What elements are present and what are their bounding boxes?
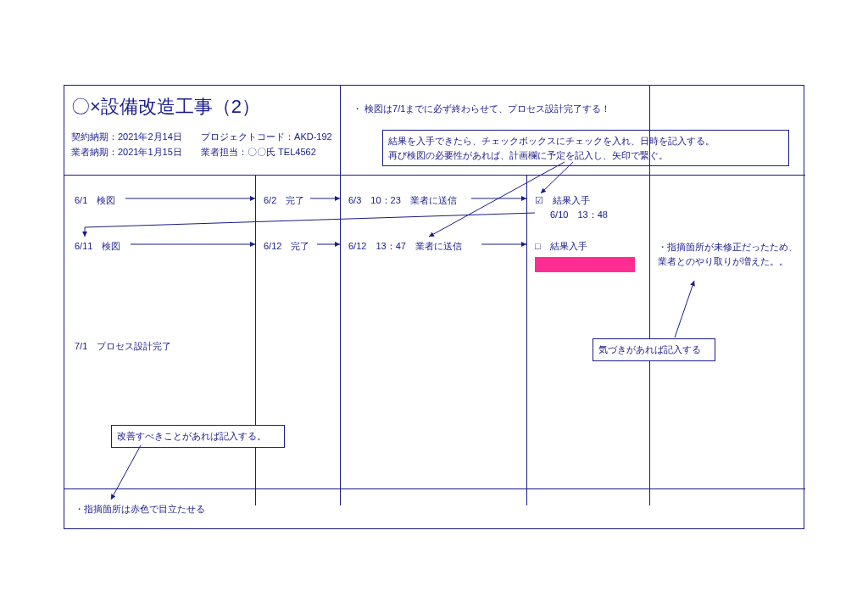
meta-block: 契約納期：2021年2月14日 プロジェクトコード：AKD-192 業者納期：2…: [71, 130, 332, 159]
callout-main-line1: 結果を入手できたら、チェックボックスにチェックを入れ、日時を記入する。: [388, 134, 783, 148]
meta-vendor-contact: 業者担当：〇〇氏 TEL4562: [201, 145, 316, 160]
callout-left: 改善すべきことがあれば記入する。: [111, 425, 285, 448]
r2-done: 6/12 完了: [264, 240, 309, 253]
meta-contract-due: 契約納期：2021年2月14日: [71, 130, 198, 145]
r1-done: 6/2 完了: [264, 194, 304, 207]
r2-plan: 6/11 検図: [75, 240, 120, 253]
r1-result: ☑ 結果入手: [535, 194, 590, 207]
page-frame: 〇×設備改造工事（2） 契約納期：2021年2月14日 プロジェクトコード：AK…: [64, 85, 804, 529]
r4-plan: 7/1 プロセス設計完了: [75, 340, 171, 353]
callout-main-line2: 再び検図の必要性があれば、計画欄に予定を記入し、矢印で繋ぐ。: [388, 148, 783, 163]
r1-result-dt: 6/10 13：48: [550, 209, 608, 221]
bottom-note: ・指摘箇所は赤色で目立たせる: [75, 503, 205, 516]
page-title: 〇×設備改造工事（2）: [71, 94, 260, 120]
r2-send: 6/12 13：47 業者に送信: [348, 240, 462, 253]
meta-vendor-due: 業者納期：2021年1月15日: [71, 145, 198, 160]
r1-plan: 6/1 検図: [75, 194, 115, 207]
r1-send: 6/3 10：23 業者に送信: [348, 194, 457, 207]
r2-result: □ 結果入手: [535, 240, 587, 253]
callout-right: 気づきがあれば記入する: [593, 338, 715, 361]
highlight-pink: [535, 257, 635, 272]
meta-project-code: プロジェクトコード：AKD-192: [201, 130, 332, 145]
r2-note: ・指摘箇所が未修正だったため、業者とのやり取りが増えた。。: [658, 240, 798, 268]
top-note: ・ 検図は7/1までに必ず終わらせて、プロセス設計完了する！: [353, 103, 610, 115]
callout-main: 結果を入手できたら、チェックボックスにチェックを入れ、日時を記入する。 再び検図…: [382, 130, 789, 166]
